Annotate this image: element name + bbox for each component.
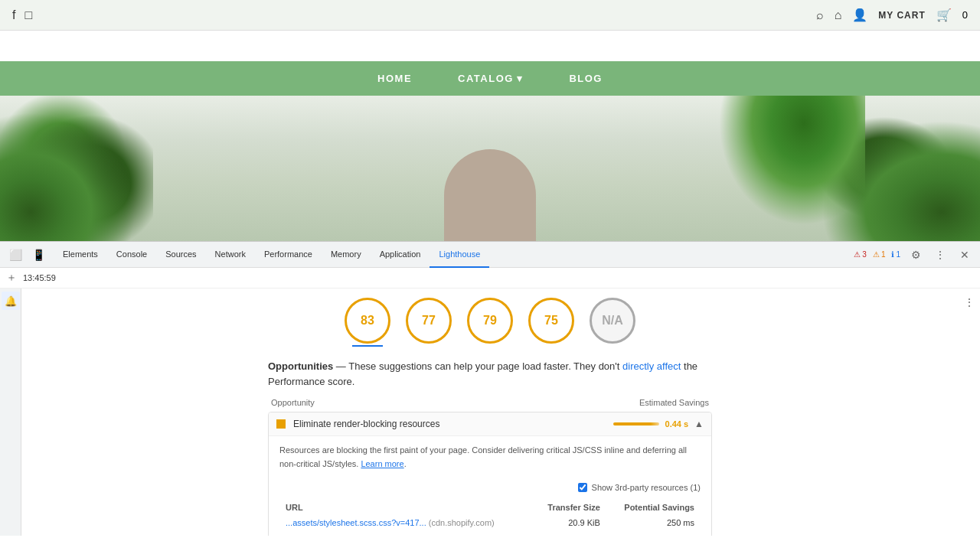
more-vert-icon[interactable]: ⋮ — [959, 292, 980, 313]
opp-table-header: Opportunity Estimated Savings — [268, 398, 712, 407]
opp-indicator-orange — [276, 419, 286, 429]
top-bar-right: ⌕ ⌂ 👤 MY CART 🛒 0 — [816, 8, 968, 22]
social-icons: f □ — [12, 8, 32, 22]
opportunities-header: Opportunities — These suggestions can he… — [268, 359, 712, 389]
potential-savings-cell: 250 ms — [606, 515, 701, 530]
tab-network[interactable]: Network — [206, 242, 255, 268]
cdn-label: (cdn.shopify.com) — [429, 518, 495, 527]
savings-bar-visual — [613, 422, 659, 425]
nav-blog[interactable]: BLOG — [569, 73, 603, 84]
add-icon[interactable]: ＋ — [6, 271, 17, 285]
score-underline — [352, 345, 383, 347]
person-silhouette — [444, 149, 536, 241]
more-options-icon[interactable]: ⋮ — [931, 246, 949, 264]
devtools-tab-right-icons: ⚠ 3 ⚠ 1 ℹ 1 ⚙ ⋮ ✕ — [854, 246, 974, 264]
nav-catalog[interactable]: CATALOG ▾ — [458, 73, 523, 84]
score-pwa: N/A — [590, 298, 635, 344]
tab-console[interactable]: Console — [107, 242, 156, 268]
chevron-up-icon[interactable]: ▲ — [694, 419, 704, 429]
cursor-icon[interactable]: ⬜ — [6, 246, 24, 264]
devtools-toolbar: ＋ 13:45:59 — [0, 268, 980, 289]
devtools-left-icons: ⬜ 📱 — [6, 246, 47, 264]
lighthouse-nav-icon[interactable]: 🔔 — [2, 292, 20, 310]
cart-count: 0 — [962, 9, 968, 21]
opp-checkbox-row: Show 3rd-party resources (1) — [269, 478, 711, 497]
settings-icon[interactable]: ⚙ — [906, 246, 925, 264]
devtools-center-content: 83 77 79 75 N/A — [21, 289, 959, 536]
savings-time-render: 0.44 s — [665, 419, 689, 429]
facebook-icon[interactable]: f — [12, 8, 15, 22]
tab-application[interactable]: Application — [371, 242, 430, 268]
col-savings: Estimated Savings — [639, 398, 709, 407]
tab-memory[interactable]: Memory — [322, 242, 371, 268]
potential-col-header: Potential Savings — [606, 500, 701, 515]
show-3rdparty-label: Show 3rd-party resources (1) — [592, 483, 701, 492]
opp-row-render-blocking: Eliminate render-blocking resources 0.44… — [268, 412, 712, 536]
score-best-practices: 79 — [467, 298, 513, 344]
nav-catalog-label: CATALOG — [458, 73, 514, 84]
opp-row-header-render[interactable]: Eliminate render-blocking resources 0.44… — [269, 412, 711, 435]
nav-bar: HOME CATALOG ▾ BLOG — [0, 61, 980, 96]
cart-icon[interactable]: 🛒 — [936, 8, 952, 22]
lighthouse-panel: 83 77 79 75 N/A — [21, 289, 959, 536]
score-accessibility: 77 — [406, 298, 452, 344]
nav-home[interactable]: HOME — [377, 73, 412, 84]
hero-section — [0, 96, 980, 241]
url-table-row: ...assets/stylesheet.scss.css?v=417... (… — [279, 515, 701, 530]
devtools-right-sidebar: ⋮ — [959, 289, 980, 536]
header-spacer — [0, 31, 980, 61]
score-circles: 83 77 79 75 N/A — [345, 298, 635, 344]
devtools-tab-bar: ⬜ 📱 Elements Console Sources Network Per… — [0, 242, 980, 268]
score-performance: 83 — [345, 298, 390, 344]
user-icon[interactable]: 👤 — [852, 8, 867, 22]
url-table-container: URL Transfer Size Potential Savings ...a… — [269, 500, 711, 536]
cart-label[interactable]: MY CART — [878, 10, 925, 21]
opportunities-section: Opportunities — These suggestions can he… — [268, 359, 712, 536]
timestamp: 13:45:59 — [23, 273, 56, 282]
devtools-panel: ⬜ 📱 Elements Console Sources Network Per… — [0, 241, 980, 536]
opp-body-render: Resources are blocking the first paint o… — [269, 435, 711, 478]
tab-performance[interactable]: Performance — [255, 242, 322, 268]
learn-more-link[interactable]: Learn more — [361, 459, 403, 468]
url-cell: ...assets/stylesheet.scss.css?v=417... (… — [279, 515, 532, 530]
tab-elements[interactable]: Elements — [54, 242, 107, 268]
top-bar: f □ ⌕ ⌂ 👤 MY CART 🛒 0 — [0, 0, 980, 31]
device-icon[interactable]: 📱 — [29, 246, 47, 264]
url-col-header: URL — [279, 500, 532, 515]
tab-sources[interactable]: Sources — [156, 242, 205, 268]
home-icon[interactable]: ⌂ — [835, 8, 842, 22]
devtools-main: 🔔 83 77 79 — [0, 289, 980, 536]
error-badge: ⚠ 3 — [854, 250, 867, 259]
close-icon[interactable]: ✕ — [956, 246, 974, 264]
search-icon[interactable]: ⌕ — [816, 8, 824, 22]
url-table: URL Transfer Size Potential Savings ...a… — [279, 500, 701, 530]
warning-badge: ⚠ 1 — [873, 250, 886, 259]
info-badge: ℹ 1 — [891, 250, 900, 259]
devtools-left-sidebar: 🔔 — [0, 289, 21, 536]
catalog-dropdown-icon: ▾ — [517, 73, 524, 84]
devtools-tabs-list: Elements Console Sources Network Perform… — [54, 242, 854, 268]
show-3rdparty-checkbox[interactable] — [578, 483, 587, 492]
plant-top-right-decoration — [712, 96, 865, 233]
instagram-icon[interactable]: □ — [24, 8, 32, 22]
transfer-col-header: Transfer Size — [532, 500, 606, 515]
opp-savings-bar: 0.44 s — [613, 419, 689, 429]
transfer-size-cell: 20.9 KiB — [532, 515, 606, 530]
tab-lighthouse[interactable]: Lighthouse — [430, 242, 489, 268]
score-seo: 75 — [528, 298, 574, 344]
col-opportunity: Opportunity — [271, 398, 315, 407]
opp-title-render: Eliminate render-blocking resources — [293, 419, 613, 429]
plant-left-decoration — [0, 96, 153, 241]
directly-affect-link[interactable]: directly affect — [622, 360, 681, 372]
